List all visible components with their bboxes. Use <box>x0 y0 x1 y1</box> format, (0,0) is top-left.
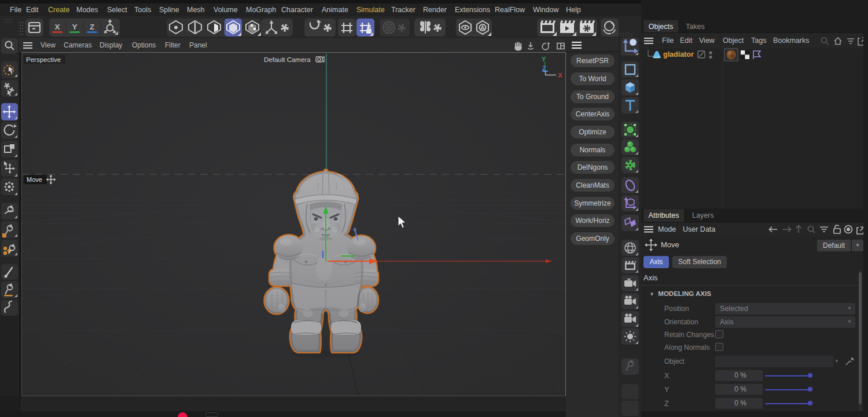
svg-text:Y: Y <box>72 23 77 31</box>
svg-text:Z: Z <box>90 23 94 31</box>
svg-text:A: A <box>480 24 485 31</box>
svg-text:X: X <box>558 72 562 79</box>
svg-text:Y: Y <box>542 56 546 63</box>
svg-text:Perspective: Perspective <box>26 56 61 63</box>
svg-text:Move: Move <box>27 176 42 183</box>
svg-text:Default Camera: Default Camera <box>264 56 311 63</box>
svg-text:X: X <box>54 23 60 31</box>
